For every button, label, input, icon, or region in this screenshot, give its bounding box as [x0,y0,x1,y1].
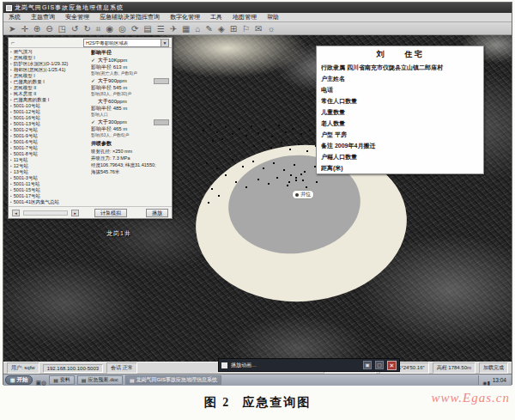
layer-tree-item[interactable]: 5001-15号站 [10,187,88,193]
layer-tree-item[interactable]: 民木房屋 II [10,91,88,97]
next-extent-icon[interactable]: ↻ [83,23,90,34]
house-dot [281,142,282,143]
layer-tree-item[interactable]: 相邻区(居民区)(-1/25.41) [10,67,88,73]
menu-item[interactable]: 系统 [3,13,26,21]
refresh-icon[interactable]: ⟳ [131,23,138,34]
layer-tree-item[interactable]: 5001-6号站 [10,139,88,145]
toolbar: ➤✛⊕⊖◳↺↻⌗◉◎⟳▤☰✈▦⌂✎◈⊞⚐✉☼ [3,22,512,35]
layer-tree-item[interactable]: 防护区(水泥区)(0-1/29.32) [10,61,88,67]
zoom-in-icon[interactable]: ⊕ [33,23,40,34]
house-dot [270,147,272,149]
find-icon[interactable]: ◎ [118,23,126,34]
play-button[interactable]: 播放 [146,209,168,217]
well-marker-bubble[interactable]: 井位 [292,190,314,199]
draw-icon[interactable]: ✎ [206,23,213,34]
identify-icon[interactable]: ◉ [106,23,113,34]
layer-tree-item[interactable]: 12号站 [10,163,88,169]
calculate-button[interactable]: 计算模拟 [94,209,127,217]
house-dot [225,174,227,176]
taskbar-task-button[interactable]: ▤应急预案.doc [77,375,123,385]
select-icon[interactable]: ➤ [9,23,15,34]
layer-tree-item[interactable]: 5001-12号站 [10,109,88,115]
layer-tree[interactable]: 燃气演习居民模型 I防护区(水泥区)(0-1/29.32)相邻区(居民区)(-1… [10,49,88,207]
menu-item[interactable]: 帮助 [262,13,284,21]
mail-icon[interactable]: ✉ [255,23,262,34]
layer-tree-item[interactable]: 居民模型 II [10,85,88,91]
info-row: 老人数量 [321,118,479,129]
overview-icon[interactable]: ▦ [182,23,190,34]
house-dot [273,162,275,164]
pan-icon[interactable]: ✛ [21,23,27,34]
status-segment: 会话 正常 [106,362,137,374]
layer-tree-item[interactable]: 5001-2号站 [10,127,88,133]
layer-tree-item[interactable]: 5001-16号站 [10,115,88,121]
layer-tree-item[interactable]: 居民模型 I [10,55,88,61]
browser-icon[interactable]: ◍ [41,380,46,386]
info-row: 行政隶属 四川省南充市仪陇县立山镇二郎庙村 [321,62,479,73]
taskbar-task-button[interactable]: ▤资料 [49,375,75,385]
radius-groups: ✓大于10Kppm影响半径 613 m影响(死亡人数, 户数9)户✓大于900p… [91,57,171,138]
h-scrollbar[interactable] [23,210,68,216]
layer-tree-item[interactable]: 5001-3号站 [10,175,88,181]
scroll-right-icon[interactable]: ▸ [71,210,79,216]
help-icon[interactable]: ☼ [267,23,275,34]
taskbar-task-button[interactable]: ▤龙岗气田GIS事故应急地理信息系统 [125,375,221,385]
layer-tree-item[interactable]: 已撤离的数量 I [10,79,88,85]
chevron-down-icon[interactable]: ▼ [161,40,168,46]
house-dot [306,186,307,188]
layer-tree-item[interactable]: 5001-13号站 [10,121,88,127]
previous-extent-icon[interactable]: ↺ [71,23,78,34]
analysis-type-dropdown[interactable]: H2S中毒影响区域表 ▼ [83,39,169,47]
layer-tree-item[interactable]: 5001-7号站 [10,145,88,151]
layer-tree-item[interactable]: 13号站 [10,169,88,175]
layer-tree-item[interactable]: 居民模型 I [10,73,88,79]
panel-grip-icon[interactable]: ⌐ [11,40,15,46]
menu-item[interactable]: 地图管理 [227,13,262,21]
house-dot [232,133,233,135]
stop-icon[interactable] [221,362,227,368]
menu-item[interactable]: 数字化管理 [165,13,205,21]
query-icon[interactable]: ⊞ [230,23,237,34]
flag-icon[interactable]: ⚐ [242,23,250,34]
menu-item[interactable]: 安全管理 [60,13,94,21]
checkbox-icon[interactable]: ✓ [91,119,96,125]
info-row: 户主姓名 [321,73,479,84]
layer-tree-item[interactable]: 5001-9号站 [10,133,88,139]
menu-item[interactable]: 工具 [205,13,227,21]
checkbox-icon[interactable]: ✓ [91,57,96,64]
layer-tree-item[interactable]: 5001-11号站 [10,181,88,187]
status-segment: 用户: sqfw [7,362,39,374]
layer-tree-item[interactable]: 已撤离图的数量 I [10,97,88,103]
close-icon[interactable]: ✕ [387,361,397,370]
layer-tree-item[interactable]: 5001-8号站 [10,151,88,157]
layer-tree-item[interactable]: 5001-41区内集气总站 [10,199,88,205]
radius-group-row: ✓大于900ppm [91,77,171,84]
layers-icon[interactable]: ▤ [143,23,151,34]
start-button[interactable]: ⊞ 开始 [5,375,33,385]
layer-tree-item[interactable]: 5001-10号站 [10,103,88,109]
checkbox-icon[interactable]: ✓ [91,77,96,84]
threshold-label: 大于300ppm [98,119,127,125]
playback-button-2[interactable]: ▢ [375,361,384,369]
legend-icon[interactable]: ☰ [157,23,165,34]
print-icon[interactable]: ⌂ [196,23,201,34]
title-bar[interactable]: 龙岗气田GIS事故应急地理信息系统 [3,3,512,13]
measure-icon[interactable]: ⌗ [96,23,101,34]
scroll-left-icon[interactable]: ◂ [12,210,20,216]
full-extent-icon[interactable]: ◳ [58,23,66,34]
radius-value: 影响半径 613 m [91,64,171,70]
layer-tree-item[interactable]: 11号站 [10,157,88,163]
layer-tree-item[interactable]: 燃气演习 [10,49,88,55]
playback-button-1[interactable]: ▣ [363,361,372,369]
north-arrow-icon[interactable]: ✈ [170,23,177,34]
network-icon[interactable]: ▮ [487,380,489,386]
house-dot [295,180,297,181]
house-dot [285,131,287,133]
menu-item[interactable]: 应急辅助决策指挥查询 [94,13,165,21]
buffer-icon[interactable]: ◈ [218,23,225,34]
menu-item[interactable]: 主题查询 [26,13,60,21]
impact-note: 影响(死亡人数, 户数9)户 [91,70,171,76]
house-dot [258,179,259,180]
zoom-out-icon[interactable]: ⊖ [45,23,52,34]
layer-tree-item[interactable]: 5001-17号站 [10,193,88,199]
